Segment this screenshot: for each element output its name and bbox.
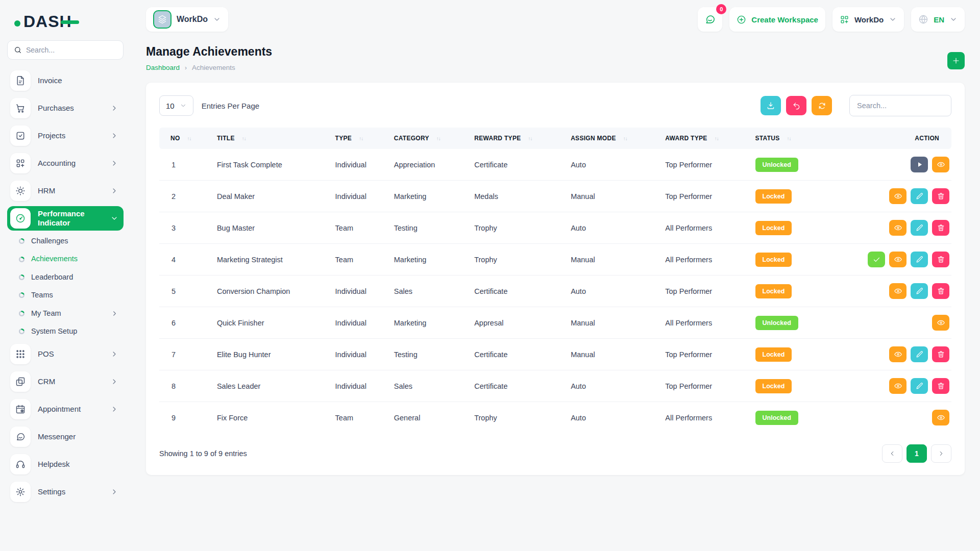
sidebar: DASH InvoicePurchasesProjectsAccountingH…: [0, 0, 131, 551]
play-action-button[interactable]: [911, 157, 928, 172]
row-award-type: All Performers: [660, 212, 750, 244]
crm-icon: [10, 371, 31, 392]
reset-button[interactable]: [786, 96, 806, 115]
sidebar-item-performance-indicator[interactable]: Performance Indicator: [7, 206, 124, 231]
view-action-button[interactable]: [889, 220, 906, 236]
sidebar-item-label: POS: [38, 349, 54, 359]
refresh-button[interactable]: [812, 96, 832, 115]
row-assign-mode: Auto: [566, 212, 660, 244]
export-button[interactable]: [761, 96, 781, 115]
row-no: 3: [159, 212, 212, 244]
row-title: Sales Leader: [212, 370, 330, 402]
view-action-button[interactable]: [889, 188, 906, 204]
delete-action-button[interactable]: [932, 283, 949, 299]
gear-icon: [10, 482, 31, 502]
sidebar-item-hrm[interactable]: HRM: [7, 179, 124, 203]
entries-label: Entries Per Page: [202, 102, 259, 110]
entries-select[interactable]: 10: [159, 95, 193, 116]
column-header-category[interactable]: CATEGORY↑↓: [389, 128, 469, 149]
chevron-down-icon: [949, 15, 958, 23]
column-header-type[interactable]: TYPE↑↓: [330, 128, 389, 149]
delete-action-button[interactable]: [932, 346, 949, 362]
sidebar-search-input[interactable]: [26, 46, 117, 54]
brand-logo[interactable]: DASH: [7, 7, 124, 40]
status-badge: Locked: [755, 253, 792, 267]
pagination: 1: [882, 444, 951, 463]
sidebar-item-settings[interactable]: Settings: [7, 480, 124, 504]
table-search-input[interactable]: [849, 95, 951, 116]
sidebar-subitem-achievements[interactable]: Achievements: [7, 250, 124, 268]
delete-action-button[interactable]: [932, 378, 949, 394]
edit-action-button[interactable]: [911, 378, 928, 394]
view-action-button[interactable]: [889, 283, 906, 299]
view-action-button[interactable]: [889, 378, 906, 394]
view-action-button[interactable]: [932, 157, 949, 172]
sidebar-subitem-teams[interactable]: Teams: [7, 286, 124, 304]
column-header-award-type[interactable]: AWARD TYPE↑↓: [660, 128, 750, 149]
row-no: 9: [159, 402, 212, 434]
sidebar-item-helpdesk[interactable]: Helpdesk: [7, 452, 124, 477]
row-award-type: All Performers: [660, 244, 750, 276]
edit-action-button[interactable]: [911, 220, 928, 236]
edit-action-button[interactable]: [911, 346, 928, 362]
row-assign-mode: Manual: [566, 244, 660, 276]
delete-action-button[interactable]: [932, 220, 949, 236]
breadcrumb-dashboard-link[interactable]: Dashboard: [146, 64, 180, 71]
logo-dot-icon: [14, 20, 20, 27]
eye-icon: [937, 413, 945, 422]
page-1-button[interactable]: 1: [906, 444, 927, 463]
sidebar-item-crm[interactable]: CRM: [7, 369, 124, 394]
edit-action-button[interactable]: [911, 252, 928, 267]
row-actions: [825, 149, 951, 181]
sidebar-subitem-leaderboard[interactable]: Leaderboard: [7, 268, 124, 286]
chevron-right-icon: [110, 159, 118, 167]
sidebar-item-pos[interactable]: POS: [7, 342, 124, 366]
sidebar-search[interactable]: [7, 40, 124, 60]
row-title: Marketing Strategist: [212, 244, 330, 276]
sidebar-item-accounting[interactable]: Accounting: [7, 151, 124, 176]
workdo-dropdown[interactable]: WorkDo: [832, 7, 904, 32]
headset-icon: [10, 454, 31, 474]
language-dropdown[interactable]: EN: [911, 7, 965, 32]
approve-action-button[interactable]: [868, 252, 885, 267]
row-assign-mode: Auto: [566, 276, 660, 307]
sidebar-subitem-my-team[interactable]: My Team: [7, 305, 124, 322]
row-no: 5: [159, 276, 212, 307]
edit-action-button[interactable]: [911, 188, 928, 204]
column-header-status[interactable]: STATUS↑↓: [750, 128, 826, 149]
sidebar-subitem-challenges[interactable]: Challenges: [7, 232, 124, 250]
row-title: First Task Complete: [212, 149, 330, 181]
chevron-right-icon: [110, 104, 118, 112]
table-row: 3Bug MasterTeamTestingTrophyAutoAll Perf…: [159, 212, 951, 244]
bullet-icon: [18, 310, 25, 317]
sort-icon: ↑↓: [242, 136, 246, 141]
view-action-button[interactable]: [932, 315, 949, 331]
sidebar-item-projects[interactable]: Projects: [7, 123, 124, 148]
sidebar-item-messenger[interactable]: Messenger: [7, 424, 124, 449]
sidebar-item-purchases[interactable]: Purchases: [7, 96, 124, 120]
edit-action-button[interactable]: [911, 283, 928, 299]
workspace-switcher[interactable]: WorkDo: [146, 7, 228, 32]
next-page-button[interactable]: [931, 444, 951, 463]
row-category: Sales: [389, 276, 469, 307]
view-action-button[interactable]: [932, 410, 949, 425]
column-header-title[interactable]: TITLE↑↓: [212, 128, 330, 149]
column-header-assign-mode[interactable]: ASSIGN MODE↑↓: [566, 128, 660, 149]
sidebar-item-invoice[interactable]: Invoice: [7, 68, 124, 93]
add-achievement-button[interactable]: [947, 52, 965, 69]
row-title: Deal Maker: [212, 181, 330, 212]
messages-button[interactable]: 0: [698, 7, 722, 32]
sidebar-subitem-system-setup[interactable]: System Setup: [7, 322, 124, 340]
sidebar-item-appointment[interactable]: Appointment: [7, 397, 124, 421]
sidebar-item-label: Purchases: [38, 104, 74, 113]
create-workspace-button[interactable]: Create Workspace: [729, 7, 825, 32]
prev-page-button[interactable]: [882, 444, 902, 463]
table-toolbar: 10 Entries Per Page: [159, 95, 951, 116]
view-action-button[interactable]: [889, 346, 906, 362]
view-action-button[interactable]: [889, 252, 906, 267]
column-header-no[interactable]: NO↑↓: [159, 128, 212, 149]
chevron-right-icon: [110, 187, 118, 195]
delete-action-button[interactable]: [932, 252, 949, 267]
column-header-reward-type[interactable]: REWARD TYPE↑↓: [469, 128, 566, 149]
delete-action-button[interactable]: [932, 188, 949, 204]
